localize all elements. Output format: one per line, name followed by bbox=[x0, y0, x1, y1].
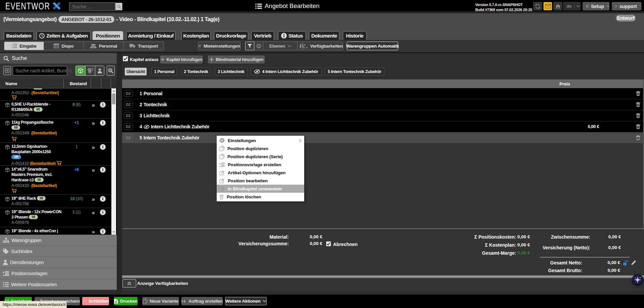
svg-text:3: 3 bbox=[11, 47, 12, 48]
